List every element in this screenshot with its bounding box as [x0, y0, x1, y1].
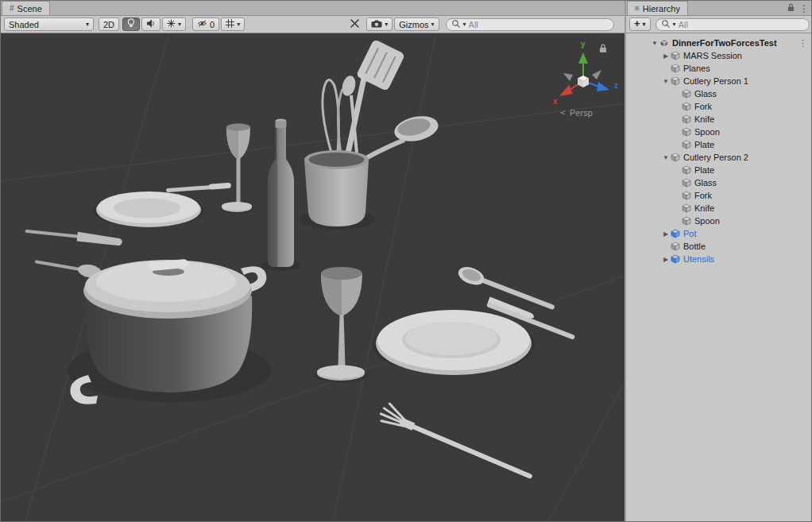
hierarchy-item-label: Knife	[694, 114, 714, 124]
foldout-expanded-icon[interactable]: ▼	[650, 40, 659, 47]
hierarchy-item-label: Cutlery Person 1	[683, 76, 748, 86]
hierarchy-item-label: Glass	[694, 178, 717, 188]
panel-menu-dots-icon[interactable]: ⋮	[799, 4, 809, 14]
draw-mode-label: Shaded	[9, 20, 39, 29]
hierarchy-row[interactable]: Plate	[626, 164, 812, 176]
hierarchy-row[interactable]: ▶Pot	[626, 227, 812, 240]
scene-3d-render	[1, 33, 624, 522]
prefab-cube-icon	[671, 254, 681, 264]
axis-x-label: x	[553, 97, 558, 106]
hierarchy-item-label: Fork	[694, 191, 712, 200]
speaker-icon	[146, 19, 156, 29]
scene-menu-dots-icon[interactable]: ⋮	[798, 38, 807, 48]
camera-icon	[371, 20, 382, 29]
projection-icon: <	[560, 108, 566, 117]
gameobject-cube-icon	[682, 203, 692, 213]
scene-toolbar: Shaded ▾ 2D ▾ 0	[1, 16, 624, 33]
grid-visibility-dropdown[interactable]: ▾	[221, 17, 245, 31]
hierarchy-toolbar: + ▾ ▾	[626, 16, 812, 33]
hierarchy-search-input[interactable]	[679, 20, 804, 29]
hierarchy-item-label: Cutlery Person 2	[683, 153, 748, 162]
hierarchy-row[interactable]: Spoon	[626, 215, 812, 227]
hierarchy-row[interactable]: Bottle	[626, 240, 812, 253]
hierarchy-item-label: Plate	[694, 140, 714, 149]
hierarchy-row[interactable]: Glass	[626, 87, 812, 100]
hierarchy-panel: ≡ Hierarchy ⋮ + ▾ ▾ ▼DinnerForTwoForcesT…	[624, 1, 812, 522]
hierarchy-row[interactable]: Spoon	[626, 126, 812, 138]
hierarchy-item-label: Fork	[694, 102, 712, 111]
hierarchy-row[interactable]: Plate	[626, 138, 812, 151]
hierarchy-row[interactable]: Fork	[626, 189, 812, 202]
gameobject-cube-icon	[682, 216, 692, 226]
chevron-down-icon: ▾	[178, 21, 181, 28]
gameobject-cube-icon	[671, 64, 681, 73]
gameobject-cube-icon	[682, 191, 692, 200]
hierarchy-row[interactable]: Planes	[626, 62, 812, 75]
chevron-down-icon: ▾	[643, 21, 646, 28]
editor-tools-button[interactable]	[345, 17, 365, 31]
hierarchy-item-label: Utensils	[683, 254, 714, 264]
hierarchy-item-label: Planes	[683, 64, 710, 73]
hierarchy-row[interactable]: ▼Cutlery Person 1	[626, 75, 812, 87]
foldout-expanded-icon[interactable]: ▼	[661, 154, 671, 161]
scene-camera-dropdown[interactable]: ▾	[366, 17, 392, 31]
hierarchy-row[interactable]: ▶MARS Session	[626, 49, 812, 62]
foldout-collapsed-icon[interactable]: ▶	[661, 52, 671, 60]
axis-z-label: z	[614, 81, 618, 90]
gameobject-cube-icon	[682, 140, 692, 149]
tab-hierarchy[interactable]: ≡ Hierarchy	[627, 1, 688, 15]
scene-lighting-toggle[interactable]	[122, 17, 140, 31]
scene-tab-icon: #	[10, 4, 14, 13]
scene-tab-label: Scene	[17, 4, 42, 14]
foldout-expanded-icon[interactable]: ▼	[661, 78, 671, 85]
projection-label: Persp	[570, 108, 593, 118]
hierarchy-row[interactable]: Glass	[626, 176, 812, 189]
hierarchy-row[interactable]: ▼Cutlery Person 2	[626, 151, 812, 164]
scene-panel: # Scene Shaded ▾ 2D ▾	[1, 1, 624, 522]
hierarchy-row[interactable]: Fork	[626, 100, 812, 113]
draw-mode-dropdown[interactable]: Shaded ▾	[4, 17, 94, 31]
gameobject-cube-icon	[682, 178, 692, 188]
scene-effects-dropdown[interactable]: ▾	[162, 17, 186, 31]
unity-editor-window: # Scene Shaded ▾ 2D ▾	[0, 0, 812, 522]
plate-front-3d[interactable]	[376, 310, 532, 375]
hierarchy-item-label: MARS Session	[683, 51, 742, 60]
scene-cube-icon	[659, 38, 670, 48]
hierarchy-item-label: Pot	[683, 229, 697, 238]
hierarchy-tab-label: Hierarchy	[643, 4, 680, 14]
add-object-button[interactable]: + ▾	[629, 17, 651, 31]
2d-label: 2D	[103, 20, 114, 29]
gameobject-cube-icon	[682, 165, 692, 175]
gameobject-cube-icon	[671, 76, 681, 86]
scene-viewport[interactable]: y z x < Persp	[1, 33, 624, 522]
hierarchy-row[interactable]: ▶Utensils	[626, 253, 812, 265]
hierarchy-item-label: Spoon	[694, 127, 720, 137]
chevron-down-icon: ▾	[431, 21, 435, 28]
search-icon	[451, 19, 461, 30]
hierarchy-item-label: Knife	[694, 203, 714, 213]
foldout-collapsed-icon[interactable]: ▶	[661, 256, 671, 263]
hidden-objects-button[interactable]: 0	[192, 17, 219, 31]
hierarchy-row[interactable]: Knife	[626, 113, 812, 126]
scene-search-field[interactable]: ▾	[446, 18, 614, 31]
gizmos-label: Gizmos	[399, 20, 428, 29]
foldout-collapsed-icon[interactable]: ▶	[661, 230, 671, 238]
panel-lock-icon[interactable]	[787, 3, 795, 14]
tab-scene[interactable]: # Scene	[2, 1, 50, 15]
hierarchy-row[interactable]: ▼DinnerForTwoForcesTest⋮	[626, 37, 812, 49]
chevron-down-icon: ▾	[385, 21, 388, 28]
scene-audio-toggle[interactable]	[141, 17, 160, 31]
hierarchy-row[interactable]: Knife	[626, 202, 812, 215]
projection-mode-toggle[interactable]: < Persp	[560, 107, 593, 118]
gizmos-dropdown[interactable]: Gizmos ▾	[394, 17, 439, 31]
hierarchy-tab-icon: ≡	[635, 4, 640, 13]
hierarchy-search-field[interactable]: ▾	[655, 18, 810, 31]
tools-icon	[350, 18, 360, 30]
scene-search-input[interactable]	[469, 20, 609, 29]
viewport-lock-icon[interactable]	[599, 44, 607, 55]
hidden-count: 0	[210, 20, 215, 29]
search-filter-arrow-icon: ▾	[463, 21, 466, 28]
prefab-cube-icon	[671, 229, 681, 238]
2d-toggle-button[interactable]: 2D	[99, 17, 119, 31]
hierarchy-tree: ▼DinnerForTwoForcesTest⋮▶MARS SessionPla…	[626, 33, 812, 265]
